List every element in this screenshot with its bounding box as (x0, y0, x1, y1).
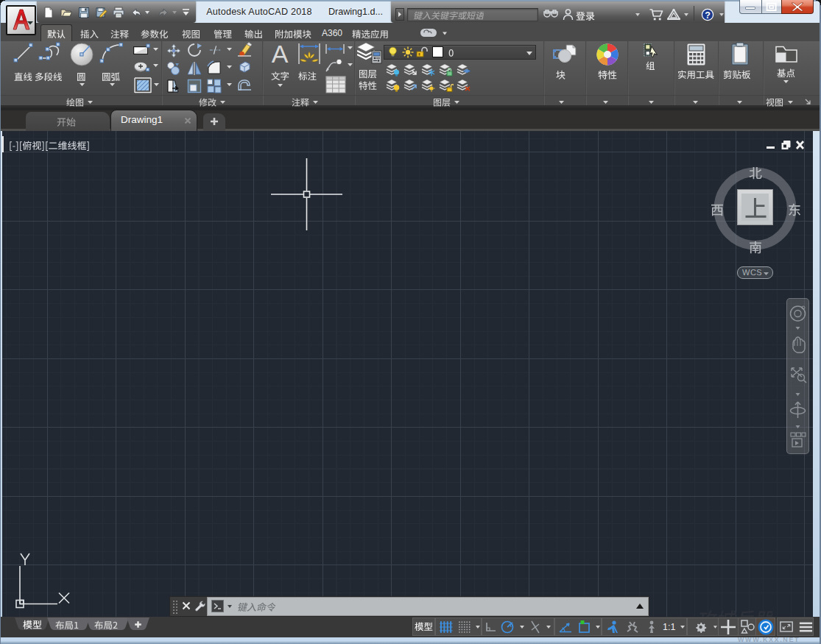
svg-text:?: ? (705, 10, 711, 21)
